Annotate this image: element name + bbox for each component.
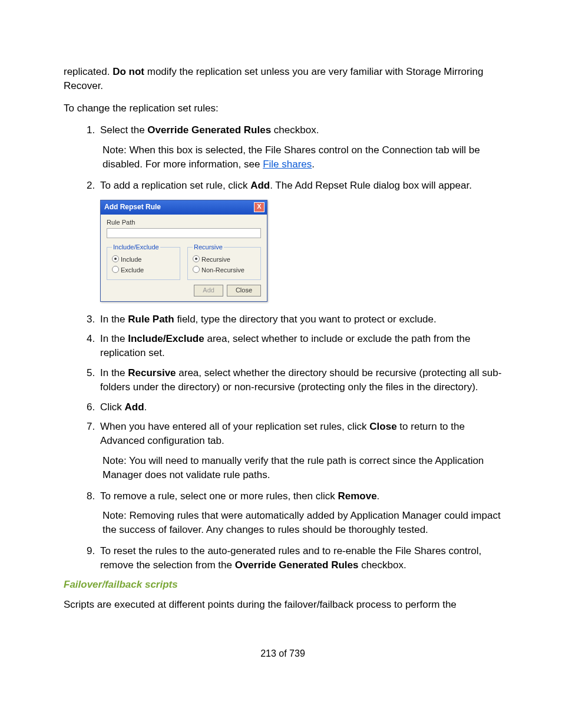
section-body: Scripts are executed at different points… bbox=[64, 598, 502, 612]
note-text: . bbox=[312, 159, 315, 170]
text: When you have entered all of your replic… bbox=[100, 421, 369, 432]
close-icon[interactable]: X bbox=[254, 202, 265, 212]
include-exclude-fieldset: Include/Exclude Include Exclude bbox=[107, 243, 180, 280]
note-1: Note: When this box is selected, the Fil… bbox=[100, 143, 502, 172]
step-7: When you have entered all of your replic… bbox=[98, 420, 502, 482]
text: To remove a rule, select one or more rul… bbox=[100, 490, 338, 502]
note-label: Note: bbox=[103, 455, 127, 466]
text: . The Add Repset Rule dialog box will ap… bbox=[270, 180, 472, 191]
radio-label: Recursive bbox=[201, 256, 230, 263]
text-bold: Add bbox=[250, 180, 270, 191]
steps-list: Select the Override Generated Rules chec… bbox=[64, 123, 502, 572]
rule-path-label: Rule Path bbox=[107, 218, 261, 227]
text-bold: Include/Exclude bbox=[128, 333, 204, 344]
document-page: replicated. Do not modify the replicatio… bbox=[0, 0, 562, 728]
text: checkbox. bbox=[358, 559, 406, 571]
text: checkbox. bbox=[271, 124, 319, 136]
step-1: Select the Override Generated Rules chec… bbox=[98, 123, 502, 171]
step-9: To reset the rules to the auto-generated… bbox=[98, 544, 502, 572]
radio-icon bbox=[193, 255, 200, 262]
step-4: In the Include/Exclude area, select whet… bbox=[98, 332, 502, 360]
note-label: Note: bbox=[103, 510, 127, 521]
include-exclude-legend: Include/Exclude bbox=[112, 243, 160, 252]
note-text: You will need to manually verify that th… bbox=[103, 455, 484, 480]
page-number: 213 of 739 bbox=[64, 647, 502, 660]
step-6: Click Add. bbox=[98, 400, 502, 414]
text: In the bbox=[100, 367, 128, 378]
close-button[interactable]: Close bbox=[227, 285, 261, 296]
text: Click bbox=[100, 401, 125, 413]
radio-label: Exclude bbox=[121, 266, 144, 274]
section-heading-failover: Failover/failback scripts bbox=[64, 578, 502, 592]
radio-icon bbox=[193, 266, 200, 273]
add-button[interactable]: Add bbox=[194, 285, 223, 296]
text-bold: Rule Path bbox=[128, 314, 174, 325]
intro-paragraph-2: To change the replication set rules: bbox=[64, 101, 502, 116]
step-3: In the Rule Path field, type the directo… bbox=[98, 312, 502, 327]
intro-paragraph-1: replicated. Do not modify the replicatio… bbox=[64, 65, 502, 93]
note-label: Note: bbox=[103, 144, 127, 156]
radio-icon bbox=[112, 255, 119, 262]
text-bold: Close bbox=[369, 421, 396, 432]
text: . bbox=[144, 401, 147, 413]
include-radio[interactable]: Include bbox=[112, 255, 175, 264]
text: replicated. bbox=[64, 66, 113, 77]
recursive-legend: Recursive bbox=[193, 243, 224, 252]
dialog-titlebar: Add Repset Rule X bbox=[101, 200, 267, 215]
exclude-radio[interactable]: Exclude bbox=[112, 266, 175, 275]
recursive-fieldset: Recursive Recursive Non-Recursive bbox=[187, 243, 261, 280]
text-bold: Override Generated Rules bbox=[147, 124, 271, 136]
radio-icon bbox=[112, 266, 119, 273]
radio-label: Non-Recursive bbox=[201, 266, 244, 274]
non-recursive-radio[interactable]: Non-Recursive bbox=[193, 266, 256, 275]
text: field, type the directory that you want … bbox=[174, 314, 437, 325]
text-bold: Add bbox=[125, 401, 144, 413]
rule-path-input[interactable] bbox=[107, 228, 261, 238]
text: In the bbox=[100, 333, 128, 344]
file-shares-link[interactable]: File shares bbox=[263, 159, 312, 170]
text-bold: Remove bbox=[338, 490, 376, 502]
text-bold: Do not bbox=[113, 66, 144, 77]
text: . bbox=[377, 490, 380, 502]
recursive-radio[interactable]: Recursive bbox=[193, 255, 256, 264]
note-text: Removing rules that were automatically a… bbox=[103, 510, 501, 535]
add-repset-rule-dialog: Add Repset Rule X Rule Path Include/Excl… bbox=[100, 200, 267, 302]
note-8: Note: Removing rules that were automatic… bbox=[100, 509, 502, 537]
step-8: To remove a rule, select one or more rul… bbox=[98, 489, 502, 537]
dialog-body: Rule Path Include/Exclude Include Exclud… bbox=[101, 215, 267, 301]
step-2: To add a replication set rule, click Add… bbox=[98, 179, 502, 302]
text-bold: Recursive bbox=[128, 367, 176, 378]
dialog-title-text: Add Repset Rule bbox=[104, 202, 161, 212]
radio-label: Include bbox=[121, 256, 141, 263]
text-bold: Override Generated Rules bbox=[235, 559, 359, 571]
text: In the bbox=[100, 314, 128, 325]
text: To add a replication set rule, click bbox=[100, 180, 250, 191]
step-5: In the Recursive area, select whether th… bbox=[98, 366, 502, 394]
note-7: Note: You will need to manually verify t… bbox=[100, 454, 502, 482]
text: Select the bbox=[100, 124, 147, 136]
